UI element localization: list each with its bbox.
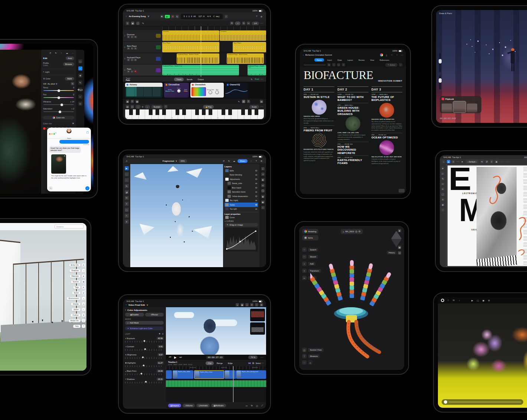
remove-attachment-icon[interactable]: ✕ xyxy=(64,155,65,157)
editor-button[interactable]: ✎ Editor xyxy=(385,63,397,67)
cloud-icon[interactable]: ☁ xyxy=(232,159,236,163)
lock-icon[interactable]: ⎍ xyxy=(164,105,167,108)
lasso-tool[interactable]: ◌ xyxy=(125,178,129,182)
cycle-button[interactable]: ↻ xyxy=(176,15,179,18)
share-button[interactable]: Share xyxy=(238,159,248,163)
photo-canvas[interactable] xyxy=(0,50,42,194)
tuning-button[interactable]: ⌁ xyxy=(235,22,240,25)
person-icon[interactable]: ☻ xyxy=(398,229,401,232)
highlights-slider[interactable]: ✺ Highlights11.27 xyxy=(125,361,164,367)
trash-icon[interactable]: ▭ xyxy=(245,404,248,407)
crop-icon[interactable]: ▢ xyxy=(78,59,82,63)
persona-icon[interactable]: ▲ xyxy=(447,160,450,163)
search-icon[interactable]: ○ xyxy=(390,53,393,57)
move-tool[interactable]: ▶ xyxy=(125,166,129,170)
snapping-button[interactable] xyxy=(500,161,504,163)
color-section[interactable]: ∨ Color xyxy=(43,77,50,80)
automation-mode[interactable]: Read xyxy=(255,78,259,80)
italic-button[interactable]: I xyxy=(332,63,335,66)
select-menu[interactable]: Select ··· xyxy=(256,362,264,364)
menu-icon[interactable]: ≡ xyxy=(452,160,455,163)
help-icon[interactable]: ? xyxy=(255,15,258,18)
clip[interactable]: Skyline_Blue_Background xyxy=(236,370,266,379)
sustain-button[interactable]: Sustain xyxy=(151,105,163,109)
expand-icon[interactable]: ⤢ xyxy=(261,404,264,407)
orientation-cube[interactable] xyxy=(391,231,402,247)
clip[interactable] xyxy=(166,370,172,379)
flip-h-icon[interactable]: ⇋ xyxy=(480,160,484,163)
tint-slider[interactable] xyxy=(43,97,74,98)
region[interactable]: Keyboard Player - Block Chords xyxy=(227,53,264,64)
project-title[interactable]: Video Final Edit xyxy=(128,304,145,306)
region[interactable]: Drummer xyxy=(162,30,219,41)
clone-tool[interactable]: ⧉ xyxy=(125,196,129,200)
region[interactable]: Keyboard Player - Broken Chords xyxy=(177,53,219,64)
mask-icon[interactable]: ◙ xyxy=(261,178,265,181)
document-title[interactable]: Fragmented xyxy=(163,160,174,162)
more-icon[interactable]: ··· xyxy=(261,22,263,24)
align-icon[interactable]: ≡ xyxy=(490,160,493,163)
history-button[interactable]: History xyxy=(387,251,397,255)
chevron-icon[interactable]: ∨ xyxy=(162,332,164,335)
paste-icon[interactable]: ⧉ xyxy=(230,22,233,25)
timeline-ruler[interactable]: 00:00:15 00:00:30 00:00:45 xyxy=(166,366,266,370)
layer-row[interactable]: Noise blending xyxy=(225,173,258,177)
playhead[interactable] xyxy=(201,26,201,77)
cursor-icon[interactable]: ➤ xyxy=(461,160,464,163)
visibility-icon[interactable]: ◉ xyxy=(261,195,265,198)
tab-draw[interactable]: Draw xyxy=(335,58,344,62)
mixer-icon[interactable]: ≡ xyxy=(131,100,134,103)
bw-button[interactable]: B&W xyxy=(65,77,74,81)
redo-icon[interactable]: ↻ xyxy=(54,51,58,55)
exposure-slider[interactable]: ◐ Exposure45.59 xyxy=(125,337,164,342)
back-icon[interactable]: ‹ xyxy=(303,53,304,57)
black-point-slider[interactable]: ◒ Black Point15.44 xyxy=(125,370,164,375)
tab-track[interactable]: Track xyxy=(174,78,184,81)
compose-draft-text[interactable]: This might be the one! I made some quick… xyxy=(51,175,88,179)
import-icon[interactable]: + xyxy=(236,303,239,306)
page-thumbnail-button[interactable] xyxy=(399,189,405,193)
attachment-photo[interactable]: ✕ xyxy=(51,154,66,174)
gallery-icon[interactable]: ‹ xyxy=(442,160,445,163)
contact-chip[interactable]: Joyce xyxy=(67,129,72,140)
keys-icon[interactable]: ▤ xyxy=(126,105,129,108)
plugin-chromaglow[interactable]: ChromaGlow ModelModern Tube Drive StyleC… xyxy=(164,83,189,98)
edit-icon[interactable]: ☼ xyxy=(78,66,82,70)
boolean-icon[interactable]: ◉ xyxy=(495,160,498,163)
tab-review[interactable]: Review xyxy=(356,58,367,62)
shape-tool[interactable]: ▢ xyxy=(125,208,129,212)
more-icon[interactable]: ··· xyxy=(71,51,74,55)
crop-tool[interactable]: ⌗ xyxy=(125,214,129,218)
soften-button[interactable]: Soften◐ xyxy=(72,308,85,311)
contrast-slider[interactable]: ◑ Contrast4.41 xyxy=(125,345,164,351)
song-title[interactable]: An Evening Song xyxy=(129,15,146,17)
track-row-pads[interactable]: 4 Pads MSR Keyboard Player - Simple PadC… xyxy=(123,65,266,76)
play-button[interactable]: ▶ xyxy=(165,15,170,18)
eyedropper-tool[interactable]: ✦ xyxy=(125,220,129,224)
region[interactable]: Drummer xyxy=(220,30,266,41)
snap-value[interactable]: 1/4 xyxy=(252,22,259,25)
tab-insert[interactable]: Insert xyxy=(325,58,334,62)
more-icon[interactable]: ··· xyxy=(400,54,403,56)
eyedropper-icon[interactable]: ✎ xyxy=(71,82,74,85)
layer-row[interactable]: Saturation boost xyxy=(225,190,258,194)
selected-layer-chip[interactable]: Curve xyxy=(225,215,258,220)
play-button[interactable]: ▶ xyxy=(174,356,176,359)
scope-waveform[interactable] xyxy=(250,309,265,321)
overwrite-icon[interactable]: ⧉ xyxy=(252,362,254,365)
piano-keyboard[interactable]: C2 C3 C4 xyxy=(125,109,264,119)
info-icon[interactable]: ⓘ xyxy=(261,189,265,193)
pencil-icon[interactable]: ✎ xyxy=(250,78,253,81)
shape-tool[interactable]: ▢ xyxy=(441,193,445,196)
keyboard-view-icon[interactable]: ▤ xyxy=(260,100,263,103)
tab-edge[interactable]: Edge xyxy=(226,361,235,365)
play-icon[interactable]: ▶ xyxy=(471,299,474,302)
undo-icon[interactable]: ↺ xyxy=(222,159,225,163)
record-icon[interactable] xyxy=(441,299,444,302)
shadows-slider[interactable]: ◓ Shadows15.31 xyxy=(125,378,164,383)
brush-tool[interactable]: ✎ xyxy=(125,184,129,188)
render-viewport[interactable] xyxy=(438,303,527,408)
clip-selected[interactable]: Skyline_Blue_Close xyxy=(194,370,224,379)
clip[interactable] xyxy=(225,370,236,379)
vibrance-slider[interactable] xyxy=(43,104,74,105)
